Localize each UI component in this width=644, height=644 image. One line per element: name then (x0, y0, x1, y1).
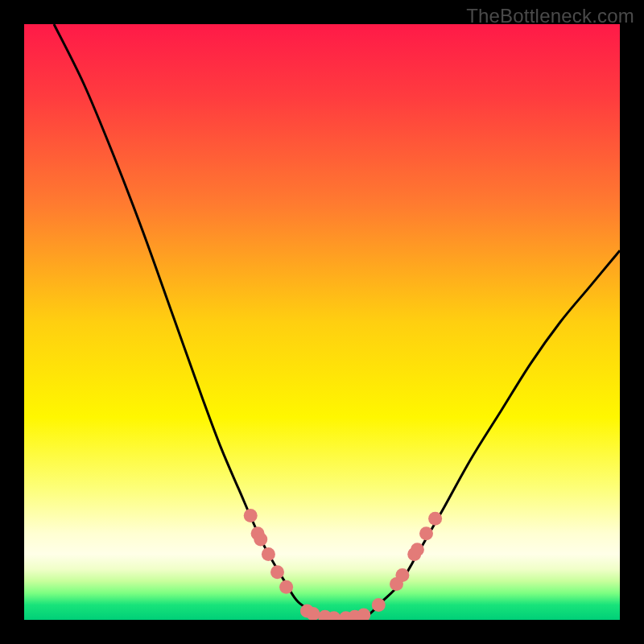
curve-marker (244, 509, 258, 522)
curve-marker (262, 547, 275, 561)
curve-marker (254, 533, 267, 547)
curve-marker (428, 512, 442, 526)
chart-svg (24, 24, 620, 620)
curve-marker (411, 543, 424, 556)
bottleneck-curve (54, 24, 620, 620)
curve-marker (270, 565, 284, 579)
curve-marker (419, 526, 433, 540)
curve-marker (372, 598, 386, 612)
curve-marker (395, 568, 409, 582)
chart-plot-area (24, 24, 620, 620)
curve-marker (279, 580, 293, 594)
curve-marker (357, 609, 370, 620)
